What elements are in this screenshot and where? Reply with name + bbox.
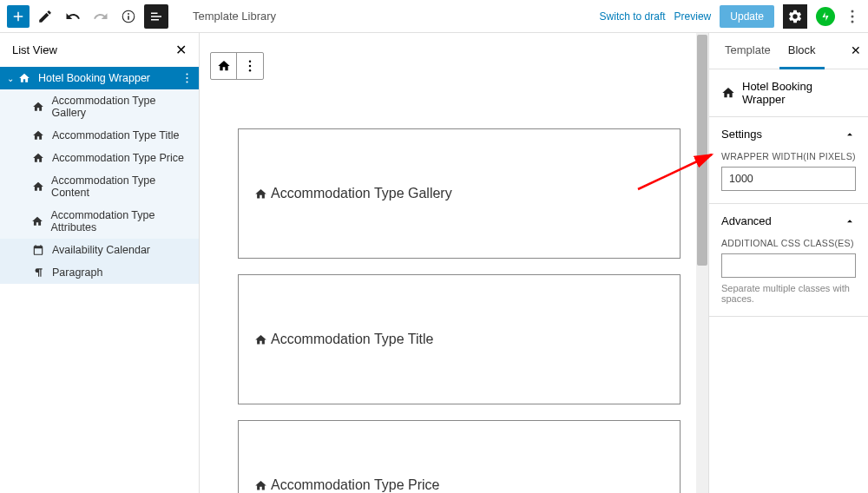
redo-button[interactable]	[89, 4, 113, 29]
settings-button[interactable]	[783, 4, 807, 29]
listview-item-label: Availability Calendar	[52, 244, 150, 256]
inspector-panel: Template Block ✕ Hotel Booking Wrapper S…	[708, 33, 868, 493]
svg-point-11	[249, 69, 251, 71]
wrapper-width-input[interactable]	[721, 167, 856, 191]
chevron-up-icon	[844, 215, 856, 227]
editor-canvas[interactable]: Accommodation Type Gallery Accommodation…	[200, 33, 708, 493]
canvas-block[interactable]: Accommodation Type Gallery	[238, 128, 681, 259]
svg-point-3	[852, 10, 854, 12]
listview-close-button[interactable]: ✕	[175, 42, 187, 58]
inspector-close-button[interactable]: ✕	[851, 43, 861, 57]
page-title: Template Library	[193, 10, 276, 23]
settings-section-title: Settings	[721, 128, 762, 141]
svg-point-10	[249, 65, 251, 67]
listview-item-label: Paragraph	[52, 266, 102, 279]
chevron-up-icon	[844, 128, 856, 141]
block-type-button[interactable]	[211, 53, 237, 79]
listview-item[interactable]: Accommodation Type Gallery	[0, 89, 199, 124]
calendar-icon	[31, 244, 45, 256]
listview-item[interactable]: Accommodation Type Price	[0, 147, 199, 169]
listview-root-label: Hotel Booking Wrapper	[38, 72, 150, 84]
add-block-button[interactable]	[7, 5, 30, 28]
info-button[interactable]	[116, 4, 141, 29]
svg-point-5	[852, 20, 854, 23]
advanced-section-title: Advanced	[721, 214, 772, 227]
settings-section-toggle[interactable]: Settings	[709, 117, 868, 151]
canvas-block[interactable]: Accommodation Type Price	[238, 420, 681, 493]
switch-to-draft-link[interactable]: Switch to draft	[600, 10, 666, 23]
svg-rect-2	[128, 16, 129, 20]
jetpack-button[interactable]	[816, 7, 835, 26]
block-toolbar	[210, 52, 264, 80]
more-options-button[interactable]	[844, 10, 861, 23]
inspector-block-header: Hotel Booking Wrapper	[709, 69, 868, 117]
update-button[interactable]: Update	[720, 5, 774, 28]
svg-point-9	[249, 61, 251, 62]
home-icon	[254, 187, 267, 200]
svg-point-8	[186, 81, 187, 82]
listview-toggle-button[interactable]	[144, 4, 168, 29]
home-icon	[31, 129, 45, 141]
home-icon	[17, 72, 31, 84]
scrollbar-thumb[interactable]	[697, 35, 707, 266]
advanced-section-toggle[interactable]: Advanced	[709, 204, 868, 238]
home-icon	[254, 333, 267, 346]
listview-item-label: Accommodation Type Content	[51, 174, 188, 199]
inspector-block-name: Hotel Booking Wrapper	[742, 80, 856, 106]
listview-item[interactable]: Availability Calendar	[0, 239, 199, 261]
css-classes-label: ADDITIONAL CSS CLASS(ES)	[721, 238, 856, 248]
listview-item-label: Accommodation Type Price	[52, 152, 184, 164]
listview-item[interactable]: Accommodation Type Title	[0, 124, 199, 147]
home-icon	[31, 101, 44, 113]
undo-button[interactable]	[61, 4, 85, 29]
edit-tool-button[interactable]	[33, 4, 57, 29]
svg-point-6	[186, 73, 187, 75]
block-more-button[interactable]	[237, 53, 263, 79]
css-classes-input[interactable]	[721, 253, 856, 278]
preview-link[interactable]: Preview	[674, 10, 712, 23]
wrapper-width-label: WRAPPER WIDTH(IN PIXELS)	[721, 151, 856, 161]
home-icon	[721, 86, 735, 100]
item-options-button[interactable]	[186, 73, 188, 83]
svg-point-7	[186, 77, 187, 79]
svg-point-4	[852, 15, 854, 17]
listview-root-item[interactable]: ⌄ Hotel Booking Wrapper	[0, 67, 199, 89]
listview-item[interactable]: Accommodation Type Content	[0, 169, 199, 204]
listview-item[interactable]: Paragraph	[0, 261, 199, 284]
top-toolbar: Template Library Switch to draft Preview…	[0, 0, 868, 33]
css-classes-help: Separate multiple classes with spaces.	[721, 283, 856, 304]
tab-block[interactable]: Block	[779, 33, 825, 69]
home-icon	[31, 181, 44, 193]
home-icon	[31, 152, 45, 164]
home-icon	[254, 479, 267, 492]
listview-item-label: Accommodation Type Gallery	[51, 95, 188, 119]
paragraph-icon	[31, 266, 45, 279]
block-title: Accommodation Type Gallery	[271, 186, 452, 201]
svg-point-1	[128, 13, 129, 15]
tab-template[interactable]: Template	[716, 33, 779, 69]
block-title: Accommodation Type Title	[271, 332, 433, 347]
canvas-block[interactable]: Accommodation Type Title	[238, 274, 681, 404]
listview-item-label: Accommodation Type Title	[52, 129, 179, 141]
listview-title: List View	[12, 43, 57, 56]
listview-panel: List View ✕ ⌄ Hotel Booking Wrapper Acco…	[0, 33, 200, 493]
listview-item-label: Accommodation Type Attributes	[50, 209, 188, 233]
listview-item[interactable]: Accommodation Type Attributes	[0, 204, 199, 239]
scrollbar-track[interactable]	[696, 33, 708, 493]
block-title: Accommodation Type Price	[271, 477, 439, 493]
chevron-down-icon: ⌄	[7, 74, 14, 83]
home-icon	[31, 215, 43, 227]
